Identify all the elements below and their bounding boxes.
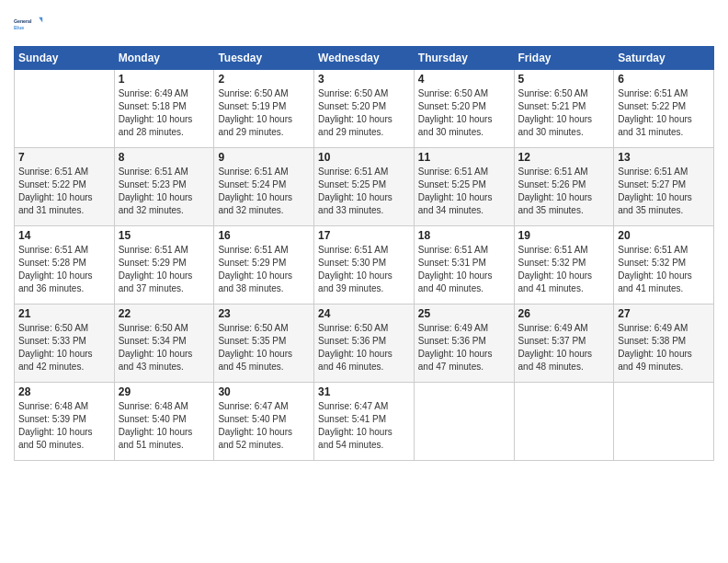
logo: General Blue (14, 9, 43, 39)
calendar-cell: 28Sunrise: 6:48 AM Sunset: 5:39 PM Dayli… (15, 383, 115, 461)
calendar-cell: 5Sunrise: 6:50 AM Sunset: 5:21 PM Daylig… (514, 70, 614, 148)
day-info: Sunrise: 6:50 AM Sunset: 5:36 PM Dayligh… (318, 322, 410, 373)
week-row-4: 21Sunrise: 6:50 AM Sunset: 5:33 PM Dayli… (15, 304, 714, 383)
day-info: Sunrise: 6:50 AM Sunset: 5:34 PM Dayligh… (119, 322, 210, 373)
day-info: Sunrise: 6:50 AM Sunset: 5:33 PM Dayligh… (18, 322, 110, 373)
day-info: Sunrise: 6:51 AM Sunset: 5:22 PM Dayligh… (18, 166, 110, 217)
day-info: Sunrise: 6:49 AM Sunset: 5:36 PM Dayligh… (418, 322, 510, 373)
week-row-2: 7Sunrise: 6:51 AM Sunset: 5:22 PM Daylig… (15, 148, 714, 226)
calendar-page: General Blue SundayMondayTuesdayWednesda… (0, 0, 728, 563)
day-info: Sunrise: 6:49 AM Sunset: 5:18 PM Dayligh… (119, 87, 210, 139)
calendar-cell: 30Sunrise: 6:47 AM Sunset: 5:40 PM Dayli… (214, 383, 314, 461)
calendar-cell: 9Sunrise: 6:51 AM Sunset: 5:24 PM Daylig… (214, 148, 314, 226)
day-number: 20 (618, 229, 710, 242)
svg-text:Blue: Blue (14, 25, 24, 30)
day-info: Sunrise: 6:50 AM Sunset: 5:21 PM Dayligh… (518, 87, 610, 139)
day-number: 28 (18, 385, 110, 398)
calendar-table: SundayMondayTuesdayWednesdayThursdayFrid… (14, 46, 714, 461)
day-number: 22 (119, 307, 210, 320)
svg-marker-3 (39, 17, 42, 23)
calendar-cell: 21Sunrise: 6:50 AM Sunset: 5:33 PM Dayli… (15, 304, 115, 383)
day-number: 31 (318, 385, 410, 398)
calendar-cell: 19Sunrise: 6:51 AM Sunset: 5:32 PM Dayli… (514, 226, 614, 304)
day-number: 23 (218, 307, 310, 320)
header: General Blue (14, 9, 714, 39)
day-number: 13 (618, 151, 710, 164)
week-row-1: 1Sunrise: 6:49 AM Sunset: 5:18 PM Daylig… (15, 70, 714, 148)
day-number: 24 (318, 307, 410, 320)
day-info: Sunrise: 6:48 AM Sunset: 5:40 PM Dayligh… (119, 400, 210, 452)
calendar-cell: 15Sunrise: 6:51 AM Sunset: 5:29 PM Dayli… (114, 226, 214, 304)
day-info: Sunrise: 6:51 AM Sunset: 5:31 PM Dayligh… (418, 244, 510, 295)
day-info: Sunrise: 6:51 AM Sunset: 5:27 PM Dayligh… (618, 166, 710, 217)
day-info: Sunrise: 6:50 AM Sunset: 5:35 PM Dayligh… (218, 322, 310, 373)
day-info: Sunrise: 6:51 AM Sunset: 5:22 PM Dayligh… (618, 87, 710, 139)
day-info: Sunrise: 6:51 AM Sunset: 5:24 PM Dayligh… (218, 166, 310, 217)
day-info: Sunrise: 6:47 AM Sunset: 5:41 PM Dayligh… (318, 400, 410, 452)
calendar-cell: 18Sunrise: 6:51 AM Sunset: 5:31 PM Dayli… (414, 226, 514, 304)
weekday-header-thursday: Thursday (414, 47, 514, 70)
day-number: 4 (418, 73, 510, 86)
calendar-cell: 27Sunrise: 6:49 AM Sunset: 5:38 PM Dayli… (614, 304, 714, 383)
day-info: Sunrise: 6:51 AM Sunset: 5:30 PM Dayligh… (318, 244, 410, 295)
day-info: Sunrise: 6:49 AM Sunset: 5:38 PM Dayligh… (618, 322, 710, 373)
day-number: 12 (518, 151, 610, 164)
day-number: 17 (318, 229, 410, 242)
calendar-cell: 23Sunrise: 6:50 AM Sunset: 5:35 PM Dayli… (214, 304, 314, 383)
weekday-header-friday: Friday (514, 47, 614, 70)
week-row-3: 14Sunrise: 6:51 AM Sunset: 5:28 PM Dayli… (15, 226, 714, 304)
day-number: 27 (618, 307, 710, 320)
calendar-cell (514, 383, 614, 461)
calendar-cell: 1Sunrise: 6:49 AM Sunset: 5:18 PM Daylig… (114, 70, 214, 148)
logo-icon: General Blue (14, 9, 43, 39)
day-number: 7 (18, 151, 110, 164)
day-number: 9 (218, 151, 310, 164)
day-number: 26 (518, 307, 610, 320)
day-number: 30 (218, 385, 310, 398)
day-number: 6 (618, 73, 710, 86)
day-info: Sunrise: 6:51 AM Sunset: 5:23 PM Dayligh… (119, 166, 210, 217)
calendar-cell: 7Sunrise: 6:51 AM Sunset: 5:22 PM Daylig… (15, 148, 115, 226)
day-number: 16 (218, 229, 310, 242)
weekday-header-saturday: Saturday (614, 47, 714, 70)
weekday-header-row: SundayMondayTuesdayWednesdayThursdayFrid… (15, 47, 714, 70)
calendar-cell: 25Sunrise: 6:49 AM Sunset: 5:36 PM Dayli… (414, 304, 514, 383)
day-info: Sunrise: 6:51 AM Sunset: 5:26 PM Dayligh… (518, 166, 610, 217)
calendar-cell (15, 70, 115, 148)
day-number: 29 (119, 385, 210, 398)
calendar-cell: 14Sunrise: 6:51 AM Sunset: 5:28 PM Dayli… (15, 226, 115, 304)
day-info: Sunrise: 6:51 AM Sunset: 5:25 PM Dayligh… (318, 166, 410, 217)
day-info: Sunrise: 6:51 AM Sunset: 5:29 PM Dayligh… (218, 244, 310, 295)
calendar-cell: 6Sunrise: 6:51 AM Sunset: 5:22 PM Daylig… (614, 70, 714, 148)
calendar-cell: 17Sunrise: 6:51 AM Sunset: 5:30 PM Dayli… (314, 226, 415, 304)
weekday-header-wednesday: Wednesday (314, 47, 415, 70)
day-number: 21 (18, 307, 110, 320)
day-info: Sunrise: 6:51 AM Sunset: 5:32 PM Dayligh… (518, 244, 610, 295)
day-number: 18 (418, 229, 510, 242)
day-info: Sunrise: 6:50 AM Sunset: 5:20 PM Dayligh… (318, 87, 410, 139)
calendar-cell: 3Sunrise: 6:50 AM Sunset: 5:20 PM Daylig… (314, 70, 415, 148)
day-number: 3 (318, 73, 410, 86)
calendar-cell: 8Sunrise: 6:51 AM Sunset: 5:23 PM Daylig… (114, 148, 214, 226)
day-info: Sunrise: 6:47 AM Sunset: 5:40 PM Dayligh… (218, 400, 310, 452)
day-info: Sunrise: 6:51 AM Sunset: 5:29 PM Dayligh… (119, 244, 210, 295)
day-number: 5 (518, 73, 610, 86)
weekday-header-monday: Monday (114, 47, 214, 70)
day-info: Sunrise: 6:51 AM Sunset: 5:32 PM Dayligh… (618, 244, 710, 295)
calendar-cell: 11Sunrise: 6:51 AM Sunset: 5:25 PM Dayli… (414, 148, 514, 226)
calendar-cell: 13Sunrise: 6:51 AM Sunset: 5:27 PM Dayli… (614, 148, 714, 226)
day-number: 14 (18, 229, 110, 242)
calendar-cell (414, 383, 514, 461)
week-row-5: 28Sunrise: 6:48 AM Sunset: 5:39 PM Dayli… (15, 383, 714, 461)
calendar-cell: 26Sunrise: 6:49 AM Sunset: 5:37 PM Dayli… (514, 304, 614, 383)
day-info: Sunrise: 6:50 AM Sunset: 5:19 PM Dayligh… (218, 87, 310, 139)
day-number: 19 (518, 229, 610, 242)
day-number: 25 (418, 307, 510, 320)
day-number: 1 (119, 73, 210, 86)
day-info: Sunrise: 6:51 AM Sunset: 5:25 PM Dayligh… (418, 166, 510, 217)
day-number: 15 (119, 229, 210, 242)
day-number: 2 (218, 73, 310, 86)
weekday-header-tuesday: Tuesday (214, 47, 314, 70)
day-info: Sunrise: 6:50 AM Sunset: 5:20 PM Dayligh… (418, 87, 510, 139)
calendar-cell: 20Sunrise: 6:51 AM Sunset: 5:32 PM Dayli… (614, 226, 714, 304)
